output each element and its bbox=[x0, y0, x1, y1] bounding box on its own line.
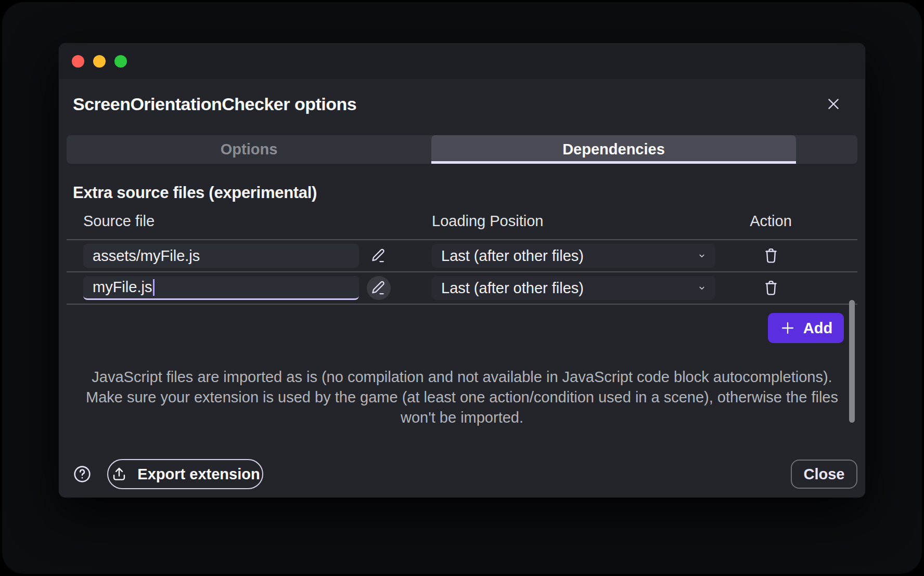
chevron-down-icon bbox=[697, 251, 707, 261]
table-header-row: Source file Loading Position Action bbox=[67, 203, 857, 239]
traffic-light-minimize-icon[interactable] bbox=[93, 55, 106, 68]
titlebar[interactable] bbox=[59, 43, 865, 79]
tab-options[interactable]: Options bbox=[67, 135, 431, 164]
active-tab-indicator bbox=[431, 161, 796, 164]
help-button[interactable] bbox=[72, 464, 93, 485]
delete-row-button[interactable] bbox=[759, 276, 783, 300]
dialog-header: ScreenOrientationChecker options bbox=[67, 93, 857, 115]
close-button[interactable]: Close bbox=[791, 460, 857, 489]
dialog-window: ScreenOrientationChecker options Options… bbox=[59, 43, 865, 498]
column-header-action: Action bbox=[715, 213, 857, 230]
delete-row-button[interactable] bbox=[759, 244, 783, 268]
loading-position-select[interactable]: Last (after other files) bbox=[432, 276, 715, 300]
column-header-loading-position: Loading Position bbox=[432, 213, 715, 230]
table-row: assets/myFile.js Last (after other files… bbox=[67, 239, 857, 271]
source-file-input-focused[interactable]: myFile.js bbox=[83, 276, 359, 300]
add-button[interactable]: Add bbox=[768, 313, 844, 343]
loading-position-value: Last (after other files) bbox=[441, 280, 697, 297]
trash-icon bbox=[761, 246, 781, 266]
loading-position-select[interactable]: Last (after other files) bbox=[432, 244, 715, 268]
tab-dependencies-label: Dependencies bbox=[562, 141, 665, 158]
info-note: JavaScript files are imported as is (no … bbox=[76, 367, 848, 428]
trash-icon bbox=[761, 278, 781, 298]
export-extension-button[interactable]: Export extension bbox=[107, 459, 263, 489]
tab-bar: Options Dependencies bbox=[67, 135, 857, 164]
pencil-icon bbox=[369, 279, 388, 297]
chevron-down-icon bbox=[697, 283, 707, 293]
tab-options-label: Options bbox=[221, 141, 278, 158]
traffic-light-zoom-icon[interactable] bbox=[114, 55, 127, 68]
section-heading: Extra source files (experimental) bbox=[67, 182, 857, 203]
source-file-input[interactable]: assets/myFile.js bbox=[83, 244, 359, 268]
source-files-table: Source file Loading Position Action asse… bbox=[67, 203, 857, 305]
vertical-scrollbar[interactable] bbox=[849, 300, 855, 423]
text-cursor bbox=[153, 279, 155, 296]
page-title: ScreenOrientationChecker options bbox=[67, 93, 857, 115]
table-row: myFile.js Last (after other files) bbox=[67, 271, 857, 304]
source-file-value: assets/myFile.js bbox=[93, 247, 200, 265]
pencil-icon bbox=[369, 246, 388, 265]
edit-source-file-button[interactable] bbox=[367, 276, 391, 300]
plus-icon bbox=[779, 320, 796, 336]
traffic-light-close-icon[interactable] bbox=[72, 55, 84, 68]
column-header-source-file: Source file bbox=[67, 213, 359, 230]
x-icon bbox=[825, 96, 842, 112]
table-actions: Add bbox=[59, 305, 865, 343]
close-dialog-button[interactable] bbox=[824, 95, 843, 113]
source-file-value: myFile.js bbox=[93, 279, 152, 296]
edit-source-file-button[interactable] bbox=[367, 244, 391, 268]
add-button-label: Add bbox=[803, 320, 832, 337]
tab-dependencies[interactable]: Dependencies bbox=[431, 135, 796, 164]
question-icon bbox=[72, 464, 93, 485]
upload-icon bbox=[110, 465, 128, 483]
export-extension-label: Export extension bbox=[137, 466, 260, 483]
dialog-footer: Export extension Close bbox=[67, 459, 857, 489]
loading-position-value: Last (after other files) bbox=[441, 247, 697, 265]
close-button-label: Close bbox=[804, 466, 845, 483]
